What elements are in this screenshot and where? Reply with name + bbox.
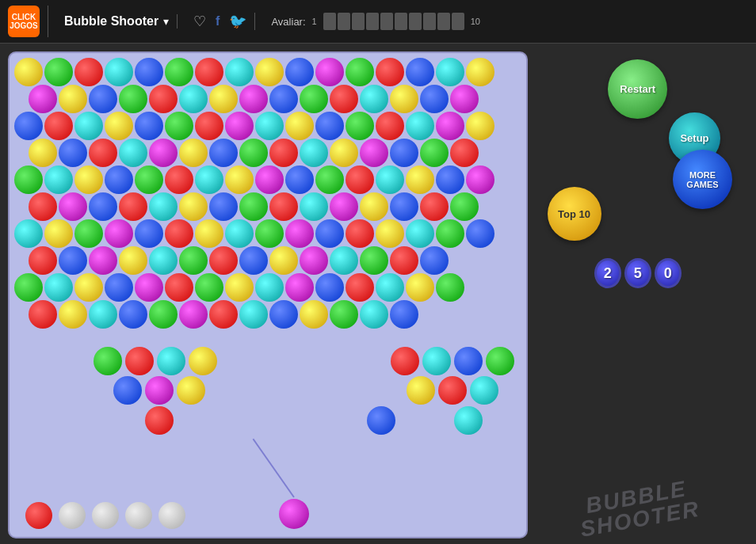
bubble bbox=[330, 85, 358, 113]
bubble bbox=[269, 192, 298, 221]
watermark: BUBBLESHOOTER bbox=[575, 476, 701, 541]
star-3[interactable] bbox=[352, 13, 365, 30]
bubble bbox=[346, 219, 374, 248]
bubble bbox=[44, 165, 73, 194]
star-2[interactable] bbox=[338, 13, 350, 30]
bubble bbox=[59, 246, 87, 275]
bubble bbox=[285, 219, 314, 248]
active-ball bbox=[279, 499, 309, 529]
rating-min: 1 bbox=[312, 17, 317, 26]
bubble bbox=[315, 58, 344, 86]
bubble bbox=[145, 376, 174, 405]
bubble bbox=[390, 300, 418, 329]
bubble bbox=[149, 85, 178, 113]
bubble bbox=[14, 219, 43, 248]
bubble bbox=[89, 192, 117, 221]
star-1[interactable] bbox=[323, 13, 336, 30]
bubble bbox=[436, 219, 464, 248]
bubble bbox=[209, 85, 238, 113]
bubble bbox=[165, 112, 193, 140]
bubble bbox=[255, 273, 284, 302]
bubble-row-1 bbox=[13, 57, 528, 87]
bubble bbox=[74, 165, 103, 194]
top10-button[interactable]: Top 10 bbox=[548, 187, 601, 241]
bubble bbox=[330, 192, 358, 221]
bubble bbox=[285, 112, 314, 140]
bubble bbox=[255, 219, 284, 248]
logo-icon[interactable]: CLICKJOGOS bbox=[8, 6, 40, 37]
bubble bbox=[346, 58, 374, 86]
bubble bbox=[195, 273, 223, 302]
bubble bbox=[466, 165, 494, 194]
bubble bbox=[44, 219, 73, 248]
rating-stars[interactable] bbox=[323, 13, 464, 30]
bubble bbox=[225, 273, 254, 302]
bubble bbox=[89, 139, 117, 167]
scattered-row-4 bbox=[406, 375, 499, 405]
star-5[interactable] bbox=[380, 13, 393, 30]
bubble bbox=[44, 273, 73, 302]
bubble bbox=[420, 192, 449, 221]
bubble bbox=[269, 139, 298, 167]
star-4[interactable] bbox=[366, 13, 379, 30]
bubble bbox=[436, 273, 464, 302]
bubble bbox=[225, 112, 254, 140]
header: CLICKJOGOS Bubble Shooter ▾ ♡ f 🐦 Avalia… bbox=[0, 0, 756, 44]
bubble bbox=[346, 165, 374, 194]
bubble bbox=[149, 139, 178, 167]
game-title: Bubble Shooter bbox=[64, 14, 158, 29]
bubble bbox=[179, 139, 208, 167]
bubble bbox=[376, 273, 404, 302]
bubble bbox=[239, 246, 268, 275]
bubble bbox=[269, 85, 298, 113]
restart-button[interactable]: Restart bbox=[608, 59, 667, 119]
bubble bbox=[300, 192, 328, 221]
bubble bbox=[105, 58, 133, 86]
bubble bbox=[255, 58, 284, 86]
queue-ball-1 bbox=[59, 502, 86, 529]
favorite-button[interactable]: ♡ bbox=[193, 13, 206, 30]
bubble bbox=[209, 192, 238, 221]
bubble bbox=[149, 300, 178, 329]
bubble bbox=[376, 58, 404, 86]
bubble bbox=[466, 58, 494, 86]
bubble bbox=[438, 376, 467, 405]
star-9[interactable] bbox=[437, 13, 450, 30]
star-6[interactable] bbox=[395, 13, 407, 30]
score-digit-1: 2 bbox=[594, 258, 621, 288]
bubble bbox=[29, 85, 57, 113]
bubble bbox=[255, 165, 284, 194]
bubble bbox=[113, 376, 142, 405]
bubble bbox=[285, 58, 314, 86]
bubble bbox=[360, 300, 388, 329]
bubble bbox=[330, 246, 358, 275]
main-content: Restart Setup MORE GAMES Top 10 2 5 0 BU… bbox=[0, 44, 756, 544]
bubble bbox=[179, 85, 208, 113]
bubble bbox=[165, 273, 193, 302]
more-games-button[interactable]: MORE GAMES bbox=[673, 150, 732, 209]
facebook-share-button[interactable]: f bbox=[216, 14, 220, 29]
bubble bbox=[135, 58, 163, 86]
bubble bbox=[119, 300, 147, 329]
star-10[interactable] bbox=[452, 13, 464, 30]
bubble bbox=[390, 85, 418, 113]
bubble-isolated-3 bbox=[453, 405, 483, 439]
dropdown-button[interactable]: ▾ bbox=[163, 15, 169, 28]
bubble bbox=[59, 192, 87, 221]
bubble bbox=[486, 347, 514, 375]
game-canvas[interactable] bbox=[8, 51, 528, 538]
twitter-share-button[interactable]: 🐦 bbox=[229, 13, 246, 30]
score-digit-2: 5 bbox=[624, 258, 651, 288]
bubble bbox=[177, 376, 205, 405]
bubble bbox=[330, 300, 358, 329]
right-panel: Restart Setup MORE GAMES Top 10 2 5 0 BU… bbox=[528, 51, 748, 538]
bubble bbox=[145, 406, 174, 435]
bubble bbox=[376, 219, 404, 248]
star-8[interactable] bbox=[423, 13, 436, 30]
bubble bbox=[14, 112, 43, 140]
bubble bbox=[89, 246, 117, 275]
bubble-isolated-2 bbox=[366, 405, 396, 439]
star-7[interactable] bbox=[409, 13, 422, 30]
bubble bbox=[285, 165, 314, 194]
bubble bbox=[59, 139, 87, 167]
